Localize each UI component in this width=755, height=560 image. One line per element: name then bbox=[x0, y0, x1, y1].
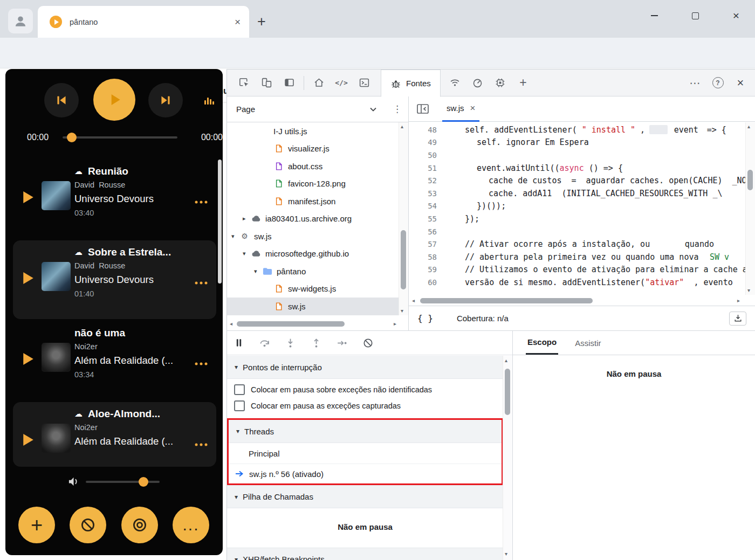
scroll-thumb[interactable] bbox=[747, 170, 753, 190]
tab-watch[interactable]: Assistir bbox=[573, 331, 602, 355]
file-tree-hscrollbar[interactable]: ◂ ▸ bbox=[230, 320, 396, 328]
line-number[interactable]: 58 bbox=[409, 253, 445, 261]
line-number[interactable]: 53 bbox=[409, 189, 445, 198]
scroll-left-icon[interactable]: ◂ bbox=[230, 321, 232, 327]
chevron-down-icon[interactable]: ▾ bbox=[254, 268, 262, 275]
seek-slider[interactable] bbox=[63, 136, 177, 139]
window-close-button[interactable]: × bbox=[723, 6, 749, 25]
scroll-down-icon[interactable]: ▾ bbox=[747, 288, 750, 293]
section-threads[interactable]: ▾ Threads bbox=[229, 420, 502, 443]
tree-item-microsoftedge-github-io[interactable]: ▾microsoftedge.github.io bbox=[227, 245, 399, 263]
line-number[interactable]: 56 bbox=[409, 227, 445, 236]
song-menu-icon[interactable] bbox=[195, 443, 208, 446]
console-icon[interactable] bbox=[353, 72, 375, 94]
help-icon[interactable]: ? bbox=[706, 72, 729, 94]
thread-item-sw-js-n-56-ativado[interactable]: sw.js n.º 56 (ativado) bbox=[229, 464, 502, 483]
volume-knob[interactable] bbox=[139, 477, 148, 487]
tree-item-visualizer-js[interactable]: visualizer.js bbox=[227, 140, 399, 158]
code-editor[interactable]: 48self. addEventListener( " install " ,e… bbox=[409, 122, 755, 296]
line-number[interactable]: 57 bbox=[409, 240, 445, 248]
tree-item-sw-js[interactable]: ▾⚙sw.js bbox=[227, 227, 399, 245]
download-icon[interactable] bbox=[729, 312, 746, 326]
song-menu-icon[interactable] bbox=[195, 281, 208, 285]
volume-icon[interactable] bbox=[68, 476, 80, 487]
scroll-thumb[interactable] bbox=[237, 321, 345, 327]
devtools-close-icon[interactable]: × bbox=[729, 72, 752, 94]
file-tree-vscrollbar[interactable]: ▴ ▾ bbox=[399, 122, 408, 315]
scroll-up-icon[interactable]: ▴ bbox=[505, 358, 507, 363]
close-tab-icon[interactable]: × bbox=[470, 103, 476, 114]
debugger-vscrollbar[interactable]: ▴ ▾ bbox=[503, 356, 512, 560]
line-number[interactable]: 52 bbox=[409, 176, 445, 185]
play-song-icon[interactable] bbox=[22, 352, 34, 365]
editor-vscrollbar[interactable]: ▴ ▾ bbox=[745, 122, 755, 295]
tree-item-favicon-128-png[interactable]: favicon-128.png bbox=[227, 175, 399, 193]
line-number[interactable]: 49 bbox=[409, 138, 445, 147]
more-tools-plus-icon[interactable]: + bbox=[512, 72, 534, 94]
navigator-toggle-icon[interactable] bbox=[416, 103, 429, 114]
navigator-menu-icon[interactable]: ⋮ bbox=[393, 103, 402, 115]
tree-item-i-j-utils-js[interactable]: I-J utils.js bbox=[227, 122, 399, 140]
seek-knob[interactable] bbox=[67, 133, 77, 142]
performance-icon[interactable] bbox=[466, 72, 489, 94]
scroll-right-icon[interactable]: ▸ bbox=[394, 321, 396, 327]
song-menu-icon[interactable] bbox=[195, 201, 208, 204]
deactivate-breakpoints-icon[interactable] bbox=[362, 337, 374, 349]
clear-playlist-button[interactable] bbox=[70, 507, 106, 543]
step-icon[interactable] bbox=[337, 337, 348, 349]
section-xhr-breakpoints[interactable]: ▾ XHR/fetch Breakpoints bbox=[227, 548, 503, 560]
tree-item-p-ntano[interactable]: ▾pântano bbox=[227, 262, 399, 280]
line-number[interactable]: 59 bbox=[409, 265, 445, 274]
dock-side-icon[interactable] bbox=[278, 72, 300, 94]
play-button[interactable] bbox=[93, 79, 135, 121]
scroll-thumb[interactable] bbox=[505, 369, 510, 415]
tab-sources[interactable]: Fontes bbox=[381, 70, 441, 97]
next-track-button[interactable] bbox=[148, 83, 183, 117]
tree-item-manifest-json[interactable]: manifest.json bbox=[227, 192, 399, 210]
step-out-icon[interactable] bbox=[311, 337, 322, 349]
pause-uncaught-checkbox[interactable] bbox=[234, 384, 245, 395]
line-number[interactable]: 48 bbox=[409, 126, 445, 134]
window-maximize-button[interactable] bbox=[682, 6, 708, 25]
step-into-icon[interactable] bbox=[285, 337, 296, 349]
inspect-icon[interactable] bbox=[232, 72, 255, 94]
tree-item-sw-js[interactable]: sw.js bbox=[227, 298, 399, 315]
scroll-thumb[interactable] bbox=[401, 230, 406, 289]
line-number[interactable]: 54 bbox=[409, 202, 445, 210]
scroll-left-icon[interactable]: ◂ bbox=[412, 298, 415, 303]
chevron-down-icon[interactable]: ▾ bbox=[231, 233, 239, 240]
line-number[interactable]: 51 bbox=[409, 164, 445, 172]
pause-icon[interactable] bbox=[234, 337, 244, 348]
chevron-down-icon[interactable]: ▾ bbox=[243, 250, 251, 257]
elements-icon[interactable]: </> bbox=[330, 72, 353, 94]
chevron-right-icon[interactable]: ▸ bbox=[243, 215, 251, 222]
scroll-right-icon[interactable]: ▸ bbox=[737, 298, 740, 303]
line-number[interactable]: 55 bbox=[409, 215, 445, 223]
line-number[interactable]: 60 bbox=[409, 278, 445, 287]
window-minimize-button[interactable] bbox=[641, 6, 667, 25]
play-song-icon[interactable] bbox=[22, 272, 34, 285]
previous-track-button[interactable] bbox=[44, 83, 79, 117]
section-breakpoints[interactable]: ▾ Pontos de interrupção bbox=[227, 356, 503, 379]
tree-item-about-css[interactable]: about.css bbox=[227, 157, 399, 175]
scroll-down-icon[interactable]: ▾ bbox=[505, 551, 507, 557]
song-menu-icon[interactable] bbox=[195, 362, 208, 365]
tab-scope[interactable]: Escopo bbox=[526, 331, 558, 355]
line-number[interactable]: 50 bbox=[409, 151, 445, 160]
scroll-thumb[interactable] bbox=[420, 298, 593, 303]
playlist-item[interactable]: ☁Aloe-Almond...Noi2erAlém da Realidade (… bbox=[5, 401, 223, 468]
playlist-item[interactable]: ☁Sobre a Estrela...David RousseUniverso … bbox=[5, 239, 223, 320]
step-over-icon[interactable] bbox=[259, 337, 270, 349]
section-callstack[interactable]: ▾ Pilha de Chamadas bbox=[227, 485, 503, 508]
record-button[interactable] bbox=[121, 507, 158, 543]
more-actions-button[interactable]: ... bbox=[173, 507, 209, 543]
chevron-down-icon[interactable] bbox=[370, 107, 376, 112]
home-icon[interactable] bbox=[307, 72, 330, 94]
scroll-up-icon[interactable]: ▴ bbox=[747, 124, 750, 129]
devtools-menu-icon[interactable]: ⋯ bbox=[684, 72, 706, 94]
play-song-icon[interactable] bbox=[22, 191, 34, 204]
scroll-down-icon[interactable]: ▾ bbox=[401, 308, 403, 314]
tab-close-icon[interactable]: × bbox=[235, 17, 241, 27]
page-tab-label[interactable]: Page bbox=[236, 105, 255, 114]
new-tab-button[interactable]: + bbox=[257, 13, 266, 30]
